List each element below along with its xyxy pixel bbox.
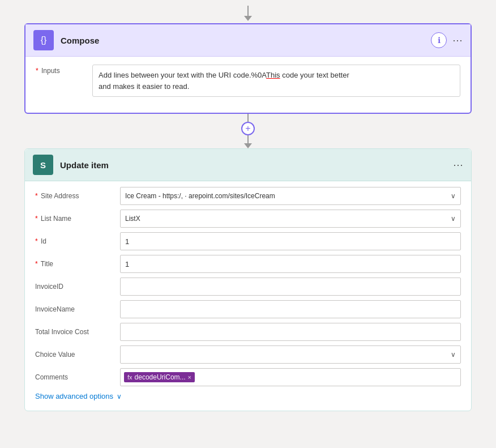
- decode-uri-tag[interactable]: fx decodeUriCom... ×: [124, 372, 195, 382]
- add-step-button[interactable]: +: [241, 122, 255, 135]
- total-invoice-cost-input[interactable]: [120, 323, 461, 341]
- invoice-name-input[interactable]: [120, 300, 461, 318]
- list-name-value: ListX: [125, 215, 140, 223]
- show-advanced-chevron-icon: ∨: [117, 392, 122, 400]
- site-address-label: * Site Address: [35, 192, 120, 200]
- invoice-id-row: InvoiceID: [35, 278, 461, 296]
- site-address-field[interactable]: Ice Cream - https:/, · arepoint.com/site…: [120, 187, 461, 205]
- update-header-actions: ⋯: [453, 159, 463, 171]
- invoice-id-label: InvoiceID: [35, 283, 120, 291]
- choice-value-select[interactable]: ∨: [120, 345, 461, 364]
- invoice-name-row: InvoiceName: [35, 300, 461, 318]
- inputs-text-display[interactable]: Add lines between your text with the URI…: [92, 65, 460, 97]
- site-address-value: Ice Cream - https:/, · arepoint.com/site…: [125, 192, 275, 200]
- inputs-field-row: * Inputs Add lines between your text wit…: [36, 65, 460, 97]
- inputs-label: * Inputs: [36, 65, 92, 75]
- id-field[interactable]: [120, 232, 461, 250]
- inputs-content: Add lines between your text with the URI…: [92, 65, 460, 97]
- list-name-row: * List Name ListX ∨: [35, 210, 461, 228]
- id-input[interactable]: [120, 232, 461, 250]
- list-name-label: * List Name: [35, 215, 120, 223]
- update-icon: S: [33, 155, 53, 175]
- choice-value-label: Choice Value: [35, 351, 120, 359]
- update-more-button[interactable]: ⋯: [453, 159, 463, 171]
- tag-label: decodeUriCom...: [135, 373, 186, 381]
- site-address-row: * Site Address Ice Cream - https:/, · ar…: [35, 187, 461, 205]
- comments-field[interactable]: fx decodeUriCom... ×: [120, 368, 461, 386]
- update-body: * Site Address Ice Cream - https:/, · ar…: [25, 181, 471, 411]
- tag-close-button[interactable]: ×: [188, 374, 191, 381]
- site-address-select[interactable]: Ice Cream - https:/, · arepoint.com/site…: [120, 187, 461, 205]
- connector-between: +: [241, 114, 255, 148]
- show-advanced-options[interactable]: Show advanced options ∨: [35, 392, 461, 400]
- title-field[interactable]: [120, 255, 461, 273]
- invoice-name-field[interactable]: [120, 300, 461, 318]
- choice-value-field[interactable]: ∨: [120, 345, 461, 364]
- id-label: * Id: [35, 237, 120, 245]
- compose-card: {} Compose ℹ ⋯ * Inputs Add lines betwee…: [24, 23, 472, 114]
- update-item-card: S Update item ⋯ * Site Address Ice Cream…: [24, 148, 472, 411]
- choice-value-row: Choice Value ∨: [35, 345, 461, 364]
- connector-line-mid2: [247, 135, 249, 143]
- arrow-down-top: [244, 16, 252, 21]
- top-connector: [244, 6, 252, 21]
- underline-text: This: [266, 71, 280, 79]
- connector-line-mid1: [247, 114, 249, 122]
- compose-body: * Inputs Add lines between your text wit…: [25, 57, 471, 113]
- list-name-select[interactable]: ListX ∨: [120, 210, 461, 228]
- arrow-down-mid: [244, 143, 252, 148]
- title-label: * Title: [35, 260, 120, 268]
- compose-header: {} Compose ℹ ⋯: [25, 24, 471, 57]
- compose-info-button[interactable]: ℹ: [431, 32, 447, 48]
- total-invoice-cost-field[interactable]: [120, 323, 461, 341]
- site-address-chevron-icon: ∨: [451, 192, 456, 200]
- comments-label: Comments: [35, 373, 120, 381]
- update-header: S Update item ⋯: [25, 149, 471, 181]
- update-title: Update item: [60, 160, 453, 170]
- title-input[interactable]: [120, 255, 461, 273]
- total-invoice-cost-label: Total Invoice Cost: [35, 328, 120, 336]
- id-row: * Id: [35, 232, 461, 250]
- compose-title: Compose: [61, 36, 431, 45]
- list-name-chevron-icon: ∨: [451, 215, 456, 223]
- list-name-field[interactable]: ListX ∨: [120, 210, 461, 228]
- invoice-name-label: InvoiceName: [35, 305, 120, 313]
- comments-row: Comments fx decodeUriCom... ×: [35, 368, 461, 386]
- invoice-id-field[interactable]: [120, 278, 461, 296]
- tag-fx-icon: fx: [127, 374, 132, 381]
- compose-header-actions: ℹ ⋯: [431, 32, 463, 48]
- connector-line-top: [247, 6, 249, 16]
- total-invoice-cost-row: Total Invoice Cost: [35, 323, 461, 341]
- compose-icon: {}: [33, 30, 54, 50]
- comments-tag-field[interactable]: fx decodeUriCom... ×: [120, 368, 461, 386]
- choice-value-chevron-icon: ∨: [451, 351, 456, 359]
- compose-more-button[interactable]: ⋯: [452, 34, 463, 46]
- title-row: * Title: [35, 255, 461, 273]
- show-advanced-label: Show advanced options: [35, 392, 113, 400]
- invoice-id-input[interactable]: [120, 278, 461, 296]
